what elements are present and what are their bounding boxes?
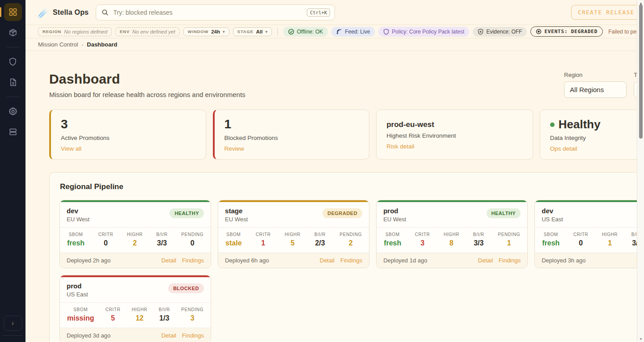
vertical-scrollbar[interactable]: ▲ ▼ [637,0,644,342]
sidebar-item-security[interactable] [4,53,22,71]
page-content: Dashboard Mission board for release heal… [25,51,644,342]
comet-logo-icon: ☄️ [38,7,49,18]
window-filter-dropdown[interactable]: WINDOW 24h ▾ [183,27,229,36]
findings-link[interactable]: Findings [499,257,521,264]
healthy-dot-icon [550,122,555,127]
breadcrumb-dashboard: Dashboard [87,41,117,48]
pipeline-card-dev-us-east: dev US East HEALTHY SBOMfresh CRITR0 HIG… [534,200,644,268]
gear-icon [8,107,17,116]
target-dot-icon [536,29,542,34]
app-root: › ☄️ Stella Ops Ctrl+K CREATE REL [0,0,644,342]
check-circle-icon [288,29,294,35]
pipeline-card-dev-eu-west: dev EU West HEALTHY SBOMfresh CRITR0 HIG… [59,200,211,268]
chevron-down-icon: ▾ [223,30,225,34]
pipeline-card-prod-us-east: prod US East BLOCKED SBOMmissing CRITR5 … [59,275,211,342]
scroll-down-arrow[interactable]: ▼ [637,336,644,342]
sidebar-item-documents[interactable] [4,73,22,91]
section-title: Regional Pipeline [60,182,123,191]
sidebar-divider [3,335,23,336]
status-badge: HEALTHY [169,208,204,218]
review-link[interactable]: Review [225,145,244,152]
active-promotions-value: 3 [61,118,196,131]
risk-detail-link[interactable]: Risk detail [386,143,414,150]
sidebar-divider [7,97,19,97]
policy-status-chip: Policy: Core Policy Pack latest [378,27,469,37]
detail-link[interactable]: Detail [161,332,176,339]
feed-status-chip: Feed: Live [331,27,375,37]
highest-risk-value: prod-eu-west [386,118,523,129]
search-icon [102,9,109,16]
rss-icon [336,29,342,34]
blocked-promotions-card: 1 Blocked Promotions Review [213,110,370,160]
detail-link[interactable]: Detail [478,257,493,264]
grid-icon [8,8,17,17]
env-filter-chip[interactable]: ENV No env defined yet [115,27,180,36]
region-filter-chip[interactable]: REGION No regions defined [38,27,112,36]
data-integrity-card: Healthy Data Integrity Ops detail [540,110,644,160]
offline-status-chip: Offline: OK [283,27,328,37]
app-title: Stella Ops [53,8,89,17]
search-input[interactable] [113,9,302,16]
page-title-block: Dashboard Mission board for release heal… [49,72,246,98]
sidebar-expand-button[interactable]: › [4,316,22,331]
regional-pipeline-section: Regional Pipeline All environments dev E… [49,172,644,342]
summary-cards: 3 Active Promotions View all 1 Blocked P… [49,110,644,160]
main-area: ☄️ Stella Ops Ctrl+K CREATE RELEASE [25,0,644,342]
findings-link[interactable]: Findings [182,332,204,339]
region-select[interactable]: All Regions [564,81,627,98]
sidebar-item-settings[interactable] [4,102,22,120]
evidence-status-chip: Evidence: OFF [473,27,527,37]
detail-link[interactable]: Detail [161,257,176,264]
page-subtitle: Mission board for release health across … [49,91,246,98]
blocked-promotions-value: 1 [225,118,360,131]
pipeline-card-stage-eu-west: stage EU West DEGRADED SBOMstale CRITR1 … [218,200,369,268]
stage-filter-dropdown[interactable]: STAGE All ▾ [233,27,272,36]
search-shortcut-badge: Ctrl+K [307,8,330,17]
detail-link[interactable]: Detail [320,257,335,264]
server-icon [8,127,17,136]
package-icon [8,28,17,37]
page-title: Dashboard [49,72,246,87]
global-search[interactable]: Ctrl+K [96,4,335,21]
scrollbar-thumb[interactable] [639,4,643,139]
pipeline-grid: dev EU West HEALTHY SBOMfresh CRITR0 HIG… [59,200,644,342]
chevron-down-icon: ▾ [265,30,267,34]
breadcrumb-mission-control[interactable]: Mission Control [38,41,78,48]
sidebar-item-servers[interactable] [4,123,22,141]
highest-risk-card: prod-eu-west Highest Risk Environment Ri… [376,110,533,160]
context-bar: REGION No regions defined ENV No env def… [25,25,644,38]
data-integrity-value: Healthy [550,118,644,131]
breadcrumb: Mission Control › Dashboard [25,38,644,51]
status-badge: BLOCKED [168,283,204,293]
shield-icon [383,29,389,35]
events-status-button[interactable]: EVENTS: DEGRADED [530,26,603,37]
sidebar-item-dashboard[interactable] [4,3,22,21]
sidebar-divider [7,47,19,47]
sidebar: › [0,0,25,342]
top-bar: ☄️ Stella Ops Ctrl+K CREATE RELEASE [25,0,644,25]
document-icon [9,78,17,87]
ops-detail-link[interactable]: Ops detail [550,145,577,152]
divider [277,28,278,36]
sidebar-item-packages[interactable] [4,24,22,42]
chevron-right-icon: › [82,42,84,47]
status-badge: HEALTHY [487,208,521,218]
findings-link[interactable]: Findings [340,257,362,264]
shield-icon [8,57,17,66]
findings-link[interactable]: Findings [182,257,204,264]
brand: ☄️ Stella Ops [38,7,89,18]
pipeline-card-prod-eu-west: prod EU West HEALTHY SBOMfresh CRITR3 HI… [376,200,528,268]
status-badge: DEGRADED [322,208,362,218]
active-promotions-card: 3 Active Promotions View all [49,110,206,160]
region-select-label: Region [564,72,627,78]
shield-x-icon [478,29,483,35]
chevron-right-icon: › [12,319,14,327]
create-release-button[interactable]: CREATE RELEASE [571,5,641,20]
view-all-link[interactable]: View all [61,145,81,152]
